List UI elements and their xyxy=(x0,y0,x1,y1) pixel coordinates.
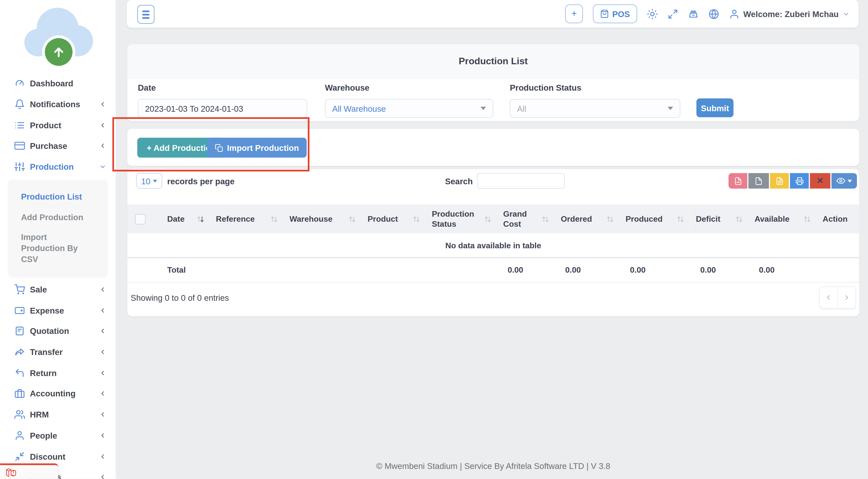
quick-add-button[interactable]: + xyxy=(565,4,583,23)
user-menu[interactable]: Welcome: Zuberi Mchau xyxy=(729,8,850,19)
search-input[interactable] xyxy=(477,173,565,189)
date-range-input[interactable] xyxy=(138,104,307,113)
total-deficit: 0.00 xyxy=(689,258,748,282)
import-production-button[interactable]: Import Production xyxy=(207,138,307,158)
previous-page-button[interactable] xyxy=(820,287,838,308)
sidebar-item-label: Production xyxy=(30,162,74,171)
copy-icon xyxy=(215,144,223,152)
status-filter-group: Production Status All xyxy=(510,83,680,118)
total-label: Total xyxy=(161,258,209,282)
sidebar-item-label: Discount xyxy=(30,452,65,461)
column-header-reference[interactable]: Reference xyxy=(209,205,283,234)
chevron-left-icon xyxy=(99,101,106,108)
column-header-date[interactable]: Date xyxy=(161,205,209,234)
export-excel-button[interactable] xyxy=(770,173,789,189)
sidebar-item-label: Accounting xyxy=(30,389,75,399)
sidebar-item-product[interactable]: Product xyxy=(0,115,116,136)
sidebar-item-transfer[interactable]: Transfer xyxy=(0,342,116,363)
column-header-production-status[interactable]: Production Status xyxy=(425,205,497,234)
date-label: Date xyxy=(138,83,307,92)
column-header-deficit[interactable]: Deficit xyxy=(689,205,748,234)
column-header-ordered[interactable]: Ordered xyxy=(554,205,619,234)
fullscreen-icon[interactable] xyxy=(668,8,678,19)
sidebar-item-label: HRM xyxy=(30,410,49,419)
column-header-product[interactable]: Product xyxy=(361,205,425,234)
sidebar-item-accounting[interactable]: Accounting xyxy=(0,383,116,404)
column-label: Reference xyxy=(216,214,254,224)
date-range-field xyxy=(138,99,307,118)
export-csv-button[interactable] xyxy=(748,173,769,189)
sidebar-item-hrm[interactable]: HRM xyxy=(0,404,116,425)
chevron-down-icon xyxy=(99,163,106,170)
submenu-item-import-production-csv[interactable]: Import Production By CSV xyxy=(8,227,108,270)
submenu-item-production-list[interactable]: Production List xyxy=(8,187,108,207)
x-icon: ✕ xyxy=(817,176,824,186)
column-header-action: Action xyxy=(816,205,859,234)
warehouse-selected-value: All Warehouse xyxy=(332,104,386,113)
sidebar-item-production[interactable]: Production xyxy=(0,157,116,177)
list-icon xyxy=(14,120,25,130)
pos-button[interactable]: POS xyxy=(593,4,637,23)
column-header-warehouse[interactable]: Warehouse xyxy=(283,205,361,234)
header-right-cluster: + POS Welcome: Zuberi Mchau xyxy=(565,0,850,28)
menu-toggle-button[interactable] xyxy=(137,5,154,24)
select-all-checkbox[interactable] xyxy=(135,214,146,224)
chevron-left-icon xyxy=(99,390,106,398)
user-icon xyxy=(14,430,25,441)
column-visibility-button[interactable] xyxy=(832,173,857,189)
cart-icon xyxy=(14,284,25,295)
caret-down-icon xyxy=(153,179,157,182)
briefcase-icon xyxy=(14,388,25,399)
globe-icon[interactable] xyxy=(708,8,719,19)
sidebar-item-label: Dashboard xyxy=(30,79,73,88)
sidebar-item-notifications[interactable]: Notifications xyxy=(0,94,116,115)
sidebar-item-quotation[interactable]: Quotation xyxy=(0,321,116,342)
production-status-select[interactable]: All xyxy=(510,99,680,118)
column-label: Date xyxy=(167,214,184,224)
sort-icon xyxy=(270,215,278,223)
sidebar-item-label: Return xyxy=(30,368,57,378)
app-logo xyxy=(0,0,116,73)
user-icon xyxy=(729,8,740,19)
warehouse-select[interactable]: All Warehouse xyxy=(325,99,493,118)
sidebar-item-label: Expense xyxy=(30,306,64,315)
sidebar-item-dashboard[interactable]: Dashboard xyxy=(0,73,116,94)
submit-button[interactable]: Submit xyxy=(696,98,734,117)
laravel-badge[interactable] xyxy=(0,464,58,479)
next-page-button[interactable] xyxy=(838,287,855,308)
total-produced: 0.00 xyxy=(619,258,689,282)
column-label: Ordered xyxy=(561,214,592,224)
column-label: Produced xyxy=(625,214,662,224)
chevron-left-icon xyxy=(99,348,106,356)
column-label: Action xyxy=(823,215,847,224)
brightness-icon[interactable] xyxy=(647,8,657,19)
sidebar-item-return[interactable]: Return xyxy=(0,363,116,383)
welcome-text: Welcome: Zuberi Mchau xyxy=(743,9,839,18)
clear-filter-button[interactable]: ✕ xyxy=(810,173,831,189)
entries-summary: Showing 0 to 0 of 0 entries xyxy=(131,293,229,302)
document-icon xyxy=(14,326,25,336)
column-header-grand-cost[interactable]: Grand Cost xyxy=(497,205,554,234)
page-size-value: 10 xyxy=(141,176,151,185)
page-size-select[interactable]: 10 xyxy=(136,173,162,189)
print-button[interactable] xyxy=(790,173,809,189)
credit-card-icon xyxy=(14,141,25,151)
wallet-icon xyxy=(14,305,25,315)
production-table: Date Reference Warehouse Product xyxy=(127,205,859,282)
sidebar-item-expense[interactable]: Expense xyxy=(0,300,116,321)
sidebar: Dashboard Notifications Product Purchase… xyxy=(0,0,116,479)
warehouse-filter-group: Warehouse All Warehouse xyxy=(325,83,493,118)
chevron-left-icon xyxy=(99,328,106,335)
chevron-left-icon xyxy=(99,411,106,418)
submenu-item-add-production[interactable]: Add Production xyxy=(8,207,108,227)
sidebar-item-people[interactable]: People xyxy=(0,425,116,446)
export-pdf-button[interactable] xyxy=(728,173,747,189)
column-header-produced[interactable]: Produced xyxy=(619,205,689,234)
column-header-available[interactable]: Available xyxy=(748,205,816,234)
sidebar-item-purchase[interactable]: Purchase xyxy=(0,136,116,157)
sidebar-item-sale[interactable]: Sale xyxy=(0,279,116,300)
cash-register-icon[interactable] xyxy=(688,8,699,19)
status-selected-value: All xyxy=(517,104,526,113)
page-title: Production List xyxy=(459,56,528,67)
footer-copyright: © Mwembeni Stadium | Service By Afritela… xyxy=(127,461,859,471)
